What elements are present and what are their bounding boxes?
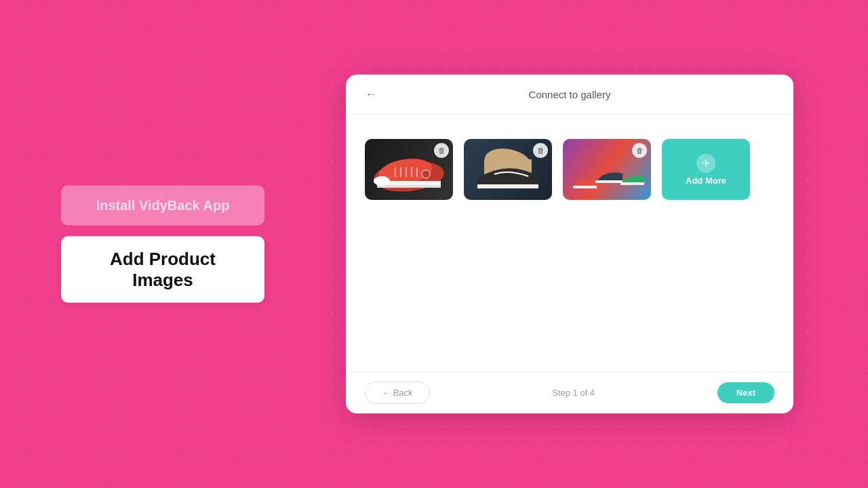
modal-title: Connect to gallery <box>529 89 611 100</box>
product-image-1: 🗑 <box>365 139 453 200</box>
install-vidyback-button[interactable]: Install VidyBack App <box>61 186 264 226</box>
add-more-label: Add More <box>686 176 726 186</box>
product-image-3: 🗑 <box>563 139 651 200</box>
step-indicator: Step 1 of 4 <box>552 388 595 398</box>
footer-back-button[interactable]: ← Back <box>365 382 430 404</box>
add-more-plus-icon: + <box>696 154 715 173</box>
images-row: 🗑 🗑 🗑 + Add More <box>365 139 774 200</box>
modal-header: ← Connect to gallery <box>346 75 793 115</box>
left-panel: Install VidyBack App Add Product Images <box>61 186 264 303</box>
add-more-button[interactable]: + Add More <box>662 139 750 200</box>
product-image-2: 🗑 <box>464 139 552 200</box>
delete-image-3-button[interactable]: 🗑 <box>632 143 647 158</box>
modal-body: 🗑 🗑 🗑 + Add More <box>346 115 793 371</box>
add-product-images-button[interactable]: Add Product Images <box>61 237 264 303</box>
modal-footer: ← Back Step 1 of 4 Next <box>346 371 793 413</box>
delete-image-2-button[interactable]: 🗑 <box>533 143 548 158</box>
back-arrow-icon[interactable]: ← <box>365 88 377 100</box>
connect-gallery-modal: ← Connect to gallery 🗑 🗑 🗑 <box>346 75 793 413</box>
next-button[interactable]: Next <box>717 382 774 403</box>
delete-image-1-button[interactable]: 🗑 <box>434 143 449 158</box>
